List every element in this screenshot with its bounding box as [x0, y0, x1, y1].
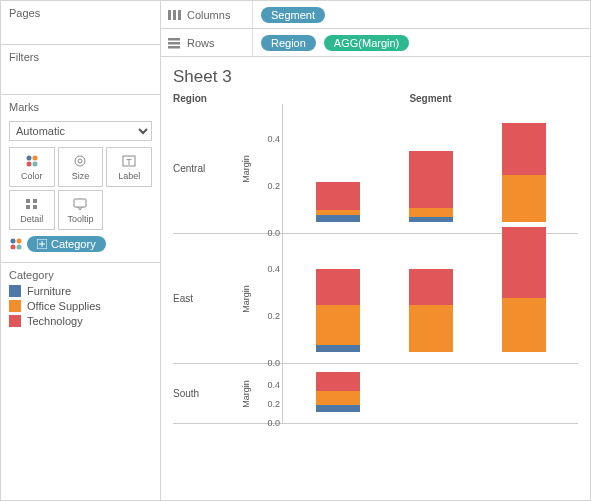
marks-title: Marks	[9, 101, 152, 113]
marks-category-pill[interactable]: Category	[27, 236, 106, 252]
side-panels: Pages Filters Marks Automatic Color Size…	[1, 1, 161, 500]
svg-rect-23	[168, 38, 180, 41]
svg-point-1	[32, 155, 37, 160]
svg-text:T: T	[126, 157, 132, 167]
rows-pill-margin[interactable]: AGG(Margin)	[324, 35, 409, 51]
columns-shelf[interactable]: Columns Segment	[161, 1, 590, 29]
bar-segment	[409, 269, 453, 304]
svg-rect-25	[168, 46, 180, 49]
bar-segment	[316, 269, 360, 304]
region-label: East	[173, 234, 233, 363]
stacked-bar[interactable]	[316, 269, 360, 352]
sheet-title[interactable]: Sheet 3	[173, 67, 578, 87]
columns-icon	[167, 9, 181, 21]
bar-segment	[316, 305, 360, 345]
bar-segment	[409, 217, 453, 222]
svg-rect-8	[26, 199, 30, 203]
svg-rect-20	[168, 10, 171, 20]
marks-type-select[interactable]: Automatic	[9, 121, 152, 141]
size-icon	[72, 154, 88, 168]
bar-segment	[316, 215, 360, 222]
y-tick: 0.2	[267, 399, 280, 409]
size-button[interactable]: Size	[58, 147, 104, 187]
bar-segment	[502, 298, 546, 352]
y-axis-label: Margin	[241, 380, 251, 408]
color-icon	[24, 154, 40, 168]
rows-pill-region[interactable]: Region	[261, 35, 316, 51]
main-area: Columns Segment Rows Region AGG(Margin) …	[161, 1, 590, 500]
bar-segment	[502, 227, 546, 298]
detail-icon	[24, 197, 40, 211]
legend-panel: Category Furniture Office Supplies Techn…	[1, 263, 160, 500]
plus-icon	[37, 239, 47, 249]
svg-rect-9	[33, 199, 37, 203]
svg-rect-22	[178, 10, 181, 20]
swatch-icon	[9, 300, 21, 312]
chart-row: SouthMargin0.00.20.4	[173, 364, 578, 424]
svg-rect-12	[74, 199, 86, 207]
legend-item-technology[interactable]: Technology	[9, 315, 152, 327]
swatch-icon	[9, 285, 21, 297]
legend-item-office-supplies[interactable]: Office Supplies	[9, 300, 152, 312]
svg-point-13	[11, 239, 16, 244]
bar-segment	[316, 405, 360, 412]
bar-segment	[316, 182, 360, 210]
y-tick: 0.4	[267, 134, 280, 144]
bar-segment	[316, 345, 360, 352]
rows-label: Rows	[187, 37, 215, 49]
region-label: Central	[173, 104, 233, 233]
stacked-bar[interactable]	[502, 123, 546, 222]
tooltip-button[interactable]: Tooltip	[58, 190, 104, 230]
columns-pill-segment[interactable]: Segment	[261, 7, 325, 23]
col-header: Segment	[283, 93, 578, 104]
legend-title: Category	[9, 269, 152, 281]
chart-row: CentralMargin0.00.20.4	[173, 104, 578, 234]
bar-segment	[409, 305, 453, 352]
y-axis-label: Margin	[241, 285, 251, 313]
columns-label: Columns	[187, 9, 230, 21]
y-tick: 0.4	[267, 380, 280, 390]
stacked-bar[interactable]	[316, 182, 360, 222]
y-axis-label: Margin	[241, 155, 251, 183]
y-tick: 0.4	[267, 264, 280, 274]
bar-segment	[409, 151, 453, 208]
detail-button[interactable]: Detail	[9, 190, 55, 230]
pages-title: Pages	[9, 7, 152, 19]
pages-panel[interactable]: Pages	[1, 1, 160, 45]
svg-point-14	[17, 239, 22, 244]
tooltip-icon	[72, 197, 88, 211]
bar-segment	[502, 175, 546, 222]
label-icon: T	[121, 154, 137, 168]
stacked-bar[interactable]	[502, 227, 546, 352]
region-label: South	[173, 364, 233, 423]
color-icon	[9, 237, 23, 251]
svg-point-5	[78, 159, 82, 163]
svg-rect-24	[168, 42, 180, 45]
y-tick: 0.2	[267, 181, 280, 191]
rows-icon	[167, 37, 181, 49]
svg-point-16	[17, 245, 22, 250]
stacked-bar[interactable]	[316, 372, 360, 412]
color-button[interactable]: Color	[9, 147, 55, 187]
row-header: Region	[173, 93, 233, 104]
marks-panel: Marks Automatic Color Size T Label	[1, 95, 160, 263]
stacked-bar[interactable]	[409, 269, 453, 352]
rows-shelf[interactable]: Rows Region AGG(Margin)	[161, 29, 590, 57]
sheet-view: Sheet 3 Region Segment CentralMargin0.00…	[161, 57, 590, 500]
svg-rect-10	[26, 205, 30, 209]
label-button[interactable]: T Label	[106, 147, 152, 187]
bar-segment	[502, 123, 546, 175]
swatch-icon	[9, 315, 21, 327]
svg-point-2	[26, 161, 31, 166]
svg-rect-21	[173, 10, 176, 20]
svg-rect-11	[33, 205, 37, 209]
svg-point-3	[32, 161, 37, 166]
filters-title: Filters	[9, 51, 152, 63]
filters-panel[interactable]: Filters	[1, 45, 160, 95]
legend-item-furniture[interactable]: Furniture	[9, 285, 152, 297]
bar-segment	[316, 391, 360, 405]
svg-point-15	[11, 245, 16, 250]
stacked-bar[interactable]	[409, 151, 453, 222]
chart-row: EastMargin0.00.20.4	[173, 234, 578, 364]
bar-segment	[316, 372, 360, 391]
